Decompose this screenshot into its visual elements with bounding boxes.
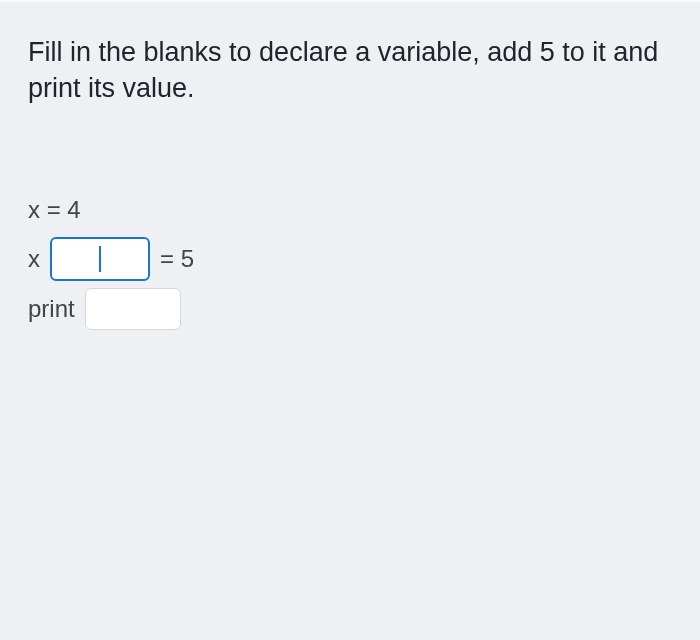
code-text-2-before: x <box>28 236 40 282</box>
code-line-3: print <box>28 286 672 332</box>
blank-input-2[interactable] <box>85 288 181 330</box>
code-area: x = 4 x = 5 print <box>28 187 672 332</box>
blank-input-1[interactable] <box>50 237 150 281</box>
code-text-3-before: print <box>28 286 75 332</box>
code-text-1: x = 4 <box>28 187 81 233</box>
code-line-1: x = 4 <box>28 187 672 233</box>
code-line-2: x = 5 <box>28 236 672 282</box>
code-text-2-after: = 5 <box>160 236 194 282</box>
question-text: Fill in the blanks to declare a variable… <box>28 34 672 107</box>
